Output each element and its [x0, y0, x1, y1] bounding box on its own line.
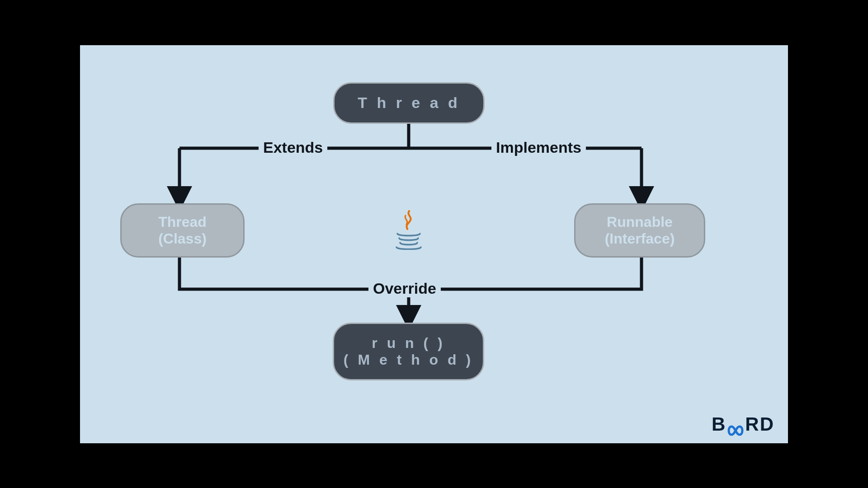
- node-thread-class-line2: (Class): [158, 230, 207, 247]
- java-icon: [394, 210, 424, 252]
- infinity-icon: [727, 419, 744, 431]
- node-thread-class: Thread (Class): [120, 203, 245, 258]
- node-run-line1: r u n ( ): [372, 335, 445, 352]
- edge-label-implements: Implements: [491, 139, 586, 156]
- node-thread-class-line1: Thread: [158, 214, 207, 230]
- node-runnable-interface: Runnable (Interface): [574, 203, 705, 258]
- brand-pre: B: [712, 413, 726, 435]
- node-runnable-line1: Runnable: [607, 214, 673, 230]
- node-run-method: r u n ( ) ( M e t h o d ): [333, 323, 484, 380]
- diagram-canvas: T h r e a d Thread (Class) Runnable (Int…: [80, 45, 788, 443]
- edge-label-override: Override: [368, 280, 441, 297]
- edge-label-extends: Extends: [259, 139, 327, 156]
- node-thread-top-label: T h r e a d: [358, 94, 460, 112]
- node-runnable-line2: (Interface): [605, 230, 675, 247]
- node-run-line2: ( M e t h o d ): [344, 352, 473, 368]
- node-thread-top: T h r e a d: [333, 82, 485, 124]
- brand-post: RD: [745, 413, 774, 435]
- brand-logo: B RD: [712, 413, 774, 435]
